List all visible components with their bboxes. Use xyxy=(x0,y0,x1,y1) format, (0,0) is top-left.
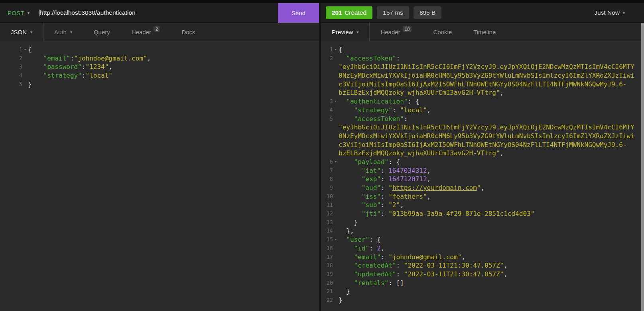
code-line: 11 "sub": "2", xyxy=(321,201,644,209)
tab-preview[interactable]: Preview ▾ xyxy=(321,23,369,41)
request-pane: POST ▾ Send JSON ▾ Auth ▾ xyxy=(0,3,319,311)
code-text: "id": 2, xyxy=(339,244,385,253)
code-text: }, xyxy=(339,227,354,235)
request-body-editor[interactable]: 1▾{2 "email":"johndoe@gmail.com",3 "pass… xyxy=(0,41,319,311)
line-number xyxy=(321,141,333,149)
code-line: 22} xyxy=(321,296,644,305)
fold-gutter xyxy=(333,261,339,270)
code-text: 0NzEyMDcxMiwiYXVkIjoiaHR0cHM6Ly95b3VyZG9… xyxy=(339,132,634,141)
tab-docs-label: Docs xyxy=(181,29,195,35)
code-line: 0NzEyMDcxMiwiYXVkIjoiaHR0cHM6Ly95b3VyZG9… xyxy=(321,132,644,141)
fold-gutter xyxy=(333,123,339,132)
code-text: "eyJhbGciOiJIUzI1NiIsInR5cCI6ImFjY2VzcyJ… xyxy=(339,63,634,71)
tab-cookie-label: Cookie xyxy=(433,29,452,35)
line-number: 17 xyxy=(321,253,333,262)
tab-query[interactable]: Query xyxy=(83,23,121,41)
tab-request-header[interactable]: Header 2 xyxy=(121,23,171,41)
code-line: 13 } xyxy=(321,218,644,227)
line-number: 20 xyxy=(321,279,333,288)
line-number: 9 xyxy=(321,184,333,192)
line-number: 7 xyxy=(321,166,333,175)
status-code: 201 xyxy=(332,9,342,16)
fold-open-icon[interactable]: ▾ xyxy=(333,158,339,166)
code-text: "sub": "2", xyxy=(339,201,404,209)
chevron-down-icon: ▾ xyxy=(623,11,625,15)
fold-gutter xyxy=(333,227,339,235)
code-text: "jti": "013b99aa-3a9a-4f29-871e-2851c1cd… xyxy=(339,209,534,218)
fold-gutter xyxy=(333,218,339,227)
tab-response-header-label: Header xyxy=(380,29,400,35)
fold-gutter xyxy=(333,244,339,253)
code-text: c3ViIjoiMiIsImp0aSI6IjAxM2I5OWFhLTNhOWEt… xyxy=(339,80,626,89)
code-line: 4 "strategy":"local" xyxy=(0,71,319,80)
response-tabs-rest: Header 18 Cookie Timeline xyxy=(370,23,644,41)
line-number: 2 xyxy=(321,54,333,63)
fold-gutter xyxy=(333,115,339,123)
line-number: 18 xyxy=(321,261,333,270)
code-line: 21 } xyxy=(321,287,644,296)
code-text: "authentication": { xyxy=(339,97,419,106)
fold-gutter xyxy=(333,141,339,149)
code-line: 5 "accessToken": xyxy=(321,115,644,123)
fold-gutter xyxy=(333,201,339,209)
tab-body-json-label: JSON xyxy=(11,29,27,35)
code-line: bzELBzExjdMQQzoky_wjhaXUUrCmI3avG2H-VTtr… xyxy=(321,88,644,97)
fold-gutter xyxy=(333,71,339,80)
code-text: { xyxy=(28,45,32,54)
line-number: 14 xyxy=(321,227,333,235)
code-text: "rentals": [] xyxy=(339,279,404,288)
line-number: 8 xyxy=(321,175,333,184)
code-text: c3ViIjoiMiIsImp0aSI6IjAxM2I5OWFhLTNhOWEt… xyxy=(339,141,626,149)
fold-open-icon[interactable]: ▾ xyxy=(333,45,339,54)
tab-request-header-label: Header xyxy=(132,29,151,35)
line-number: 10 xyxy=(321,192,333,201)
tab-timeline[interactable]: Timeline xyxy=(463,23,506,41)
line-number xyxy=(321,80,333,89)
chevron-down-icon: ▾ xyxy=(30,30,32,34)
code-line: 0NzEyMDcxMiwiYXVkIjoiaHR0cHM6Ly95b3VyZG9… xyxy=(321,71,644,80)
status-reason: Created xyxy=(345,9,366,16)
fold-gutter xyxy=(333,175,339,184)
code-text: "iat": 1647034312, xyxy=(339,166,431,175)
request-tabs-rest: Auth ▾ Query Header 2 Docs xyxy=(43,23,319,41)
code-text: "password":"1234", xyxy=(28,63,112,71)
tab-auth[interactable]: Auth ▾ xyxy=(43,23,83,41)
tab-cookie[interactable]: Cookie xyxy=(422,23,463,41)
code-line: "eyJhbGciOiJIUzI1NiIsInR5cCI6ImFjY2VzcyJ… xyxy=(321,123,644,132)
code-text: { xyxy=(339,45,343,54)
line-number: 4 xyxy=(321,106,333,115)
tab-docs[interactable]: Docs xyxy=(171,23,206,41)
fold-gutter xyxy=(333,279,339,288)
tab-response-header[interactable]: Header 18 xyxy=(370,23,422,41)
code-line: 8 "exp": 1647120712, xyxy=(321,175,644,184)
chevron-down-icon: ▾ xyxy=(28,11,30,15)
send-button[interactable]: Send xyxy=(278,3,319,23)
url-input[interactable] xyxy=(39,9,278,16)
response-body-viewer: 1▾{2 "accessToken":"eyJhbGciOiJIUzI1NiIs… xyxy=(321,41,644,311)
code-line: 19 "updatedAt": "2022-03-11T21:30:47.057… xyxy=(321,270,644,279)
tab-auth-label: Auth xyxy=(54,29,67,35)
fold-gutter xyxy=(333,287,339,296)
fold-gutter xyxy=(333,296,339,305)
response-history-label: Just Now xyxy=(594,9,620,16)
fold-open-icon[interactable]: ▾ xyxy=(333,235,339,244)
fold-open-icon[interactable]: ▾ xyxy=(22,45,28,54)
code-line: 18 "createdAt": "2022-03-11T21:30:47.057… xyxy=(321,261,644,270)
line-number: 3 xyxy=(0,63,22,71)
tab-body-json[interactable]: JSON ▾ xyxy=(0,23,43,41)
fold-gutter xyxy=(22,54,28,63)
fold-gutter xyxy=(333,192,339,201)
code-line: 5} xyxy=(0,80,319,89)
response-history-dropdown[interactable]: Just Now ▾ xyxy=(594,9,625,16)
fold-gutter xyxy=(22,63,28,71)
fold-gutter xyxy=(22,80,28,89)
response-scrollbar[interactable] xyxy=(641,23,644,311)
line-number: 22 xyxy=(321,296,333,305)
code-text: "strategy": "local", xyxy=(339,106,431,115)
code-text: "updatedAt": "2022-03-11T21:30:47.057Z", xyxy=(339,270,508,279)
method-dropdown[interactable]: POST ▾ xyxy=(0,10,35,16)
code-text: "email":"johndoe@gmail.com", xyxy=(28,54,151,63)
fold-open-icon[interactable]: ▾ xyxy=(333,97,339,106)
code-text: "eyJhbGciOiJIUzI1NiIsInR5cCI6ImFjY2VzcyJ… xyxy=(339,123,634,132)
code-line: 16 "id": 2, xyxy=(321,244,644,253)
